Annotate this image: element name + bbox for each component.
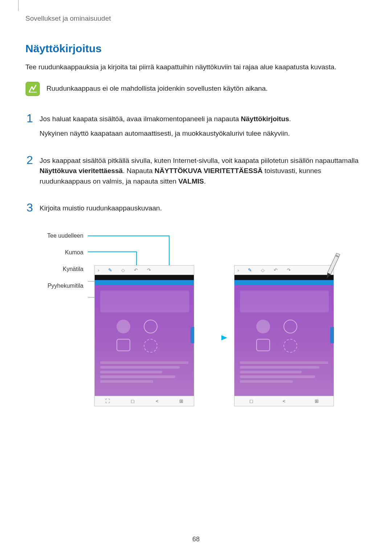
section-header: Sovellukset ja ominaisuudet <box>25 15 367 22</box>
svg-marker-3 <box>221 335 227 340</box>
back-icon: › <box>98 267 99 273</box>
stylus-icon <box>319 251 345 283</box>
intro-text: Tee ruudunkaappauksia ja kirjoita tai pi… <box>25 62 367 73</box>
step-1-body: Jos haluat kaapata sisältöä, avaa ilmako… <box>40 112 291 143</box>
fullscreen-icon: ⛶ <box>105 398 110 404</box>
redo-icon: ↷ <box>147 267 151 273</box>
arrow-icon <box>199 332 228 343</box>
step-number-1: 1 <box>25 112 34 124</box>
pen-tool-icon: ✎ <box>248 267 252 273</box>
step-2-body: Jos kaappaat sisältöä pitkällä sivulla, … <box>40 154 367 191</box>
step-number-3: 3 <box>25 202 34 213</box>
eraser-tool-icon: ◇ <box>261 267 265 273</box>
save-icon: ⊞ <box>179 398 183 404</box>
callout-redo: Tee uudelleen <box>47 233 83 239</box>
note-icon <box>25 82 40 96</box>
undo-icon: ↶ <box>134 267 138 273</box>
crop-icon: ◻ <box>249 398 253 404</box>
callout-undo: Kumoa <box>47 249 83 256</box>
callout-eraser: Pyyhekumitila <box>47 283 83 289</box>
phone-screenshot-left: › ✎ ◇ ↶ ↷ ⛶ ◻ < ⊞ <box>94 265 194 406</box>
redo-icon: ↷ <box>287 267 291 273</box>
note-text: Ruudunkaappaus ei ole mahdollista joiden… <box>46 82 268 93</box>
undo-icon: ↶ <box>274 267 278 273</box>
callout-pen: Kynätila <box>47 266 83 272</box>
crop-icon: ◻ <box>131 398 135 404</box>
share-icon: < <box>156 398 159 404</box>
step-3-body: Kirjoita muistio ruudunkaappauskuvaan. <box>40 202 162 218</box>
page-number: 68 <box>0 535 392 543</box>
share-icon: < <box>283 398 286 404</box>
pen-tool-icon: ✎ <box>108 267 112 273</box>
save-icon: ⊞ <box>315 398 319 404</box>
figure-area: Tee uudelleen Kumoa Kynätila Pyyhekumiti… <box>25 229 367 425</box>
eraser-tool-icon: ◇ <box>121 267 125 273</box>
step-number-2: 2 <box>25 154 34 166</box>
back-icon: › <box>237 267 239 273</box>
phone-screenshot-right: › ✎ ◇ ↶ ↷ ◻ < ⊞ <box>234 265 334 406</box>
page-title: Näyttökirjoitus <box>25 42 367 55</box>
